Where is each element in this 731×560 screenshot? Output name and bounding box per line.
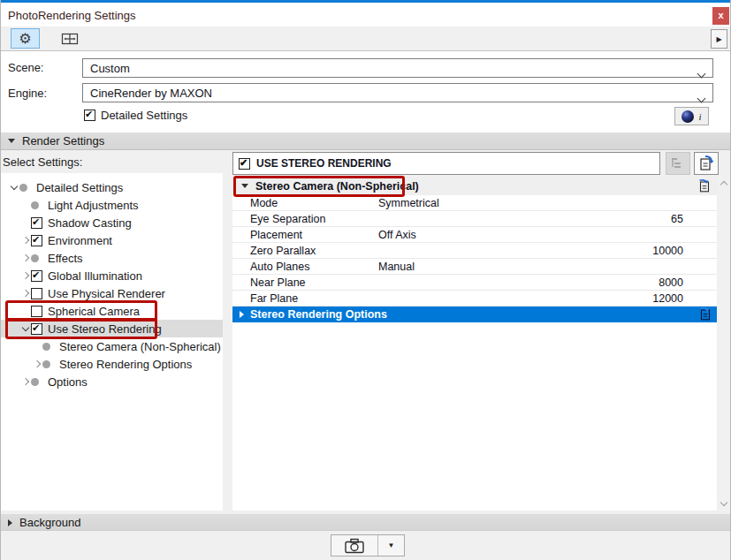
close-button[interactable]: x — [712, 7, 729, 25]
bullet-dot-icon — [31, 201, 48, 209]
cinerender-info-button[interactable]: i — [674, 107, 709, 125]
tree-item-label: Use Physical Renderer — [48, 287, 165, 300]
tree-item-label: Shadow Casting — [48, 216, 132, 230]
resize-panes-icon — [61, 32, 79, 46]
chevron-collapsed-icon[interactable] — [19, 379, 31, 384]
scene-dropdown[interactable]: Custom — [82, 58, 713, 78]
setting-row-eye-separation[interactable]: Eye Separation65 — [232, 211, 717, 227]
form-area: Scene: Custom Engine: CineRender by MAXO… — [1, 51, 730, 132]
tree-item-stereo-camera-non-spherical[interactable]: Stereo Camera (Non-Spherical) — [1, 337, 223, 355]
scene-label: Scene: — [8, 61, 43, 74]
bottom-bar: ▼ — [1, 530, 730, 560]
toolbar-overflow-button[interactable]: ▶ — [711, 29, 727, 49]
setting-label: Far Plane — [232, 292, 378, 305]
chevron-down-icon — [698, 91, 704, 104]
scroll-down-icon[interactable] — [720, 499, 727, 506]
setting-value[interactable]: 12000 — [378, 292, 717, 305]
size-tab-button[interactable] — [55, 28, 84, 49]
window-title: PhotoRendering Settings — [8, 9, 136, 22]
tree-item-effects[interactable]: Effects — [1, 249, 223, 267]
tree-item-label: Global Illumination — [48, 269, 142, 283]
document-arrow-icon[interactable] — [697, 306, 713, 324]
photorendering-settings-window: PhotoRendering Settings x ⚙ ▶ Scene: Cus… — [0, 0, 731, 560]
document-arrow-icon[interactable] — [697, 178, 712, 196]
shadow-casting-checkbox[interactable] — [31, 217, 48, 229]
chevron-collapsed-icon[interactable] — [19, 238, 31, 243]
scroll-up-icon[interactable] — [720, 181, 727, 188]
tree-item-environment[interactable]: Environment — [1, 231, 223, 249]
stereo-rendering-options-row[interactable]: Stereo Rendering Options — [232, 306, 717, 322]
import-settings-button[interactable] — [694, 152, 719, 175]
tree-view-button[interactable] — [666, 152, 690, 175]
tree-item-shadow-casting[interactable]: Shadow Casting — [1, 214, 223, 231]
setting-label: Eye Separation — [232, 213, 378, 225]
chevron-collapsed-icon[interactable] — [31, 361, 42, 367]
render-camera-split-button[interactable]: ▼ — [331, 534, 405, 556]
vertical-scrollbar[interactable] — [719, 177, 730, 511]
tree-item-light-adjustments[interactable]: Light Adjustments — [1, 196, 223, 214]
global-illumination-checkbox[interactable] — [31, 270, 48, 282]
scene-value: Custom — [90, 62, 130, 75]
tree-item-global-illumination[interactable]: Global Illumination — [1, 267, 223, 284]
triangle-down-icon — [241, 184, 248, 188]
chevron-expanded-icon[interactable] — [19, 328, 31, 330]
chevron-expanded-icon[interactable] — [8, 186, 19, 189]
setting-value[interactable]: Symmetrical — [378, 197, 717, 209]
camera-icon — [344, 538, 365, 554]
bullet-dot-icon — [31, 254, 48, 262]
stereo-rendering-options-label: Stereo Rendering Options — [250, 308, 387, 321]
environment-checkbox[interactable] — [31, 235, 48, 246]
render-settings-section-header[interactable]: Render Settings — [1, 132, 730, 150]
chevron-collapsed-icon[interactable] — [19, 291, 31, 296]
tree-item-stereo-rendering-options[interactable]: Stereo Rendering Options — [1, 355, 223, 373]
setting-row-mode[interactable]: ModeSymmetrical — [232, 195, 717, 211]
tree-item-label: Effects — [48, 252, 83, 265]
use-stereo-rendering-checkbox[interactable] — [239, 158, 250, 170]
settings-tree: Detailed SettingsLight AdjustmentsShadow… — [1, 173, 223, 511]
tree-item-label: Light Adjustments — [48, 199, 139, 212]
gear-icon: ⚙ — [19, 32, 31, 46]
camera-button[interactable] — [331, 535, 378, 556]
stereo-camera-group-header[interactable]: Stereo Camera (Non-Spherical) — [232, 177, 717, 195]
tree-item-label: Use Stereo Rendering — [48, 322, 162, 336]
tree-item-spherical-camera[interactable]: Spherical Camera — [1, 302, 223, 320]
spherical-camera-checkbox[interactable] — [31, 306, 48, 317]
use-stereo-rendering-field[interactable]: USE STEREO RENDERING — [232, 152, 660, 175]
setting-value[interactable]: Manual — [378, 261, 717, 273]
detailed-settings-row: Detailed Settings — [84, 109, 187, 122]
render-settings-label: Render Settings — [22, 134, 104, 148]
use-stereo-rendering-checkbox[interactable] — [31, 323, 48, 335]
tree-item-options[interactable]: Options — [1, 373, 223, 390]
background-section-header[interactable]: Background — [1, 514, 730, 532]
setting-value[interactable]: 65 — [378, 213, 717, 225]
setting-row-zero-parallax[interactable]: Zero Parallax10000 — [232, 243, 717, 259]
tree-item-label: Options — [48, 375, 88, 389]
chevron-down-icon — [698, 66, 704, 79]
chevron-collapsed-icon[interactable] — [19, 273, 31, 278]
use-physical-renderer-checkbox[interactable] — [31, 288, 48, 299]
settings-table-panel: Stereo Camera (Non-Spherical) ModeSymmet… — [232, 177, 717, 511]
info-icon: i — [698, 111, 701, 122]
tree-item-use-stereo-rendering[interactable]: Use Stereo Rendering — [1, 320, 223, 337]
camera-dropdown-button[interactable]: ▼ — [378, 535, 404, 556]
tree-item-detailed-settings[interactable]: Detailed Settings — [1, 178, 223, 196]
setting-value[interactable]: 8000 — [378, 276, 717, 289]
setting-row-near-plane[interactable]: Near Plane8000 — [232, 275, 717, 291]
setting-value[interactable]: Off Axis — [378, 229, 717, 241]
chevron-down-icon: ▼ — [388, 541, 395, 549]
setting-row-auto-planes[interactable]: Auto PlanesManual — [232, 259, 717, 275]
use-stereo-rendering-label: USE STEREO RENDERING — [256, 157, 392, 170]
bullet-dot-icon — [31, 378, 48, 386]
settings-tab-button[interactable]: ⚙ — [11, 28, 40, 49]
setting-row-placement[interactable]: PlacementOff Axis — [232, 227, 717, 243]
chevron-collapsed-icon[interactable] — [19, 255, 31, 261]
tree-item-use-physical-renderer[interactable]: Use Physical Renderer — [1, 284, 223, 302]
bullet-dot-icon — [42, 343, 59, 351]
tree-item-label: Stereo Camera (Non-Spherical) — [59, 340, 221, 353]
setting-value[interactable]: 10000 — [378, 245, 717, 257]
select-settings-label: Select Settings: — [3, 155, 82, 169]
triangle-down-icon — [8, 139, 15, 143]
detailed-settings-checkbox[interactable] — [84, 110, 95, 121]
engine-dropdown[interactable]: CineRender by MAXON — [82, 83, 713, 102]
setting-row-far-plane[interactable]: Far Plane12000 — [232, 291, 717, 306]
